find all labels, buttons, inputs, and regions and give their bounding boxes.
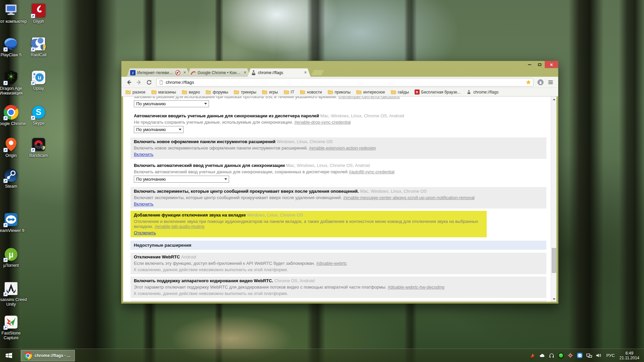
system-tray: РУС 6:49 21.11.2014 bbox=[530, 351, 644, 360]
new-tab-button[interactable] bbox=[311, 70, 324, 75]
desktop-icon-raidcall[interactable]: RaidCall bbox=[22, 36, 55, 57]
tab-close-icon[interactable]: ✕ bbox=[303, 70, 308, 75]
bookmark-folder[interactable]: игры bbox=[262, 90, 278, 95]
close-button[interactable]: × bbox=[545, 61, 558, 68]
bookmark-folder[interactable]: гайды bbox=[391, 90, 409, 95]
desktop-icon-steam[interactable]: Steam bbox=[0, 168, 28, 189]
bookmark-star-icon[interactable] bbox=[526, 80, 531, 85]
flag-hash-link[interactable]: #enable-message-center-always-scroll-up-… bbox=[343, 195, 475, 200]
browser-toolbar: chrome://flags bbox=[121, 77, 558, 88]
flag-hash-link[interactable]: #autofill-sync-credential bbox=[349, 169, 395, 174]
scrollbar[interactable] bbox=[551, 97, 556, 302]
folder-icon bbox=[125, 90, 131, 94]
taskbar-chrome-button[interactable]: chrome://flags - ... bbox=[21, 350, 75, 361]
flag-hash-link[interactable]: #disable-webrtc bbox=[316, 261, 347, 266]
flag-platforms: Windows, Linux, Chrome OS bbox=[247, 213, 303, 218]
bandicam-tray-icon[interactable] bbox=[567, 352, 574, 359]
start-button[interactable] bbox=[0, 349, 17, 362]
omnibox[interactable]: chrome://flags bbox=[156, 78, 533, 86]
flag-select[interactable]: По умолчанию bbox=[134, 126, 183, 133]
desktop-icon-skype[interactable]: SSkype bbox=[22, 105, 55, 126]
folder-icon bbox=[234, 90, 239, 94]
bookmark-folder[interactable]: интересное bbox=[356, 90, 385, 95]
bookmark-folder[interactable]: видео bbox=[182, 90, 200, 95]
flag-action-link[interactable]: Отключить bbox=[134, 230, 156, 235]
clock[interactable]: 6:49 21.11.2014 bbox=[620, 351, 641, 360]
desktop-icon-label: Steam bbox=[0, 184, 28, 189]
status-green-tray-icon[interactable] bbox=[558, 352, 564, 359]
playclaw-icon bbox=[3, 36, 19, 52]
tab-close-icon[interactable]: ✕ bbox=[243, 70, 248, 75]
tab-close-icon[interactable]: ✕ bbox=[182, 70, 187, 75]
flag-hash-link[interactable]: #enable-tab-audio-muting bbox=[155, 224, 204, 229]
bookmark-folder[interactable]: приколы bbox=[328, 90, 351, 95]
bookmark-folder[interactable]: разное bbox=[125, 90, 146, 95]
window-titlebar[interactable]: × bbox=[121, 61, 558, 68]
bookmark-folder[interactable]: новости bbox=[300, 90, 322, 95]
desktop-icon-label: Assassins Creed Unity bbox=[0, 297, 28, 307]
svg-text:µ: µ bbox=[9, 250, 13, 259]
flag-select[interactable]: По умолчанию bbox=[134, 100, 209, 107]
shortcut-arrow-icon bbox=[31, 47, 35, 52]
shortcut-arrow-icon bbox=[3, 116, 8, 120]
tab-1[interactable]: 1Интернет-телевидени✕ bbox=[127, 68, 190, 77]
scrollbar-thumb[interactable] bbox=[552, 248, 556, 273]
tab-title: Интернет-телевидени bbox=[137, 70, 173, 75]
bookmark-folder[interactable]: форумы bbox=[206, 90, 228, 95]
folder-icon bbox=[262, 90, 267, 94]
shortcut-arrow-icon bbox=[31, 148, 35, 152]
minimize-button[interactable] bbox=[525, 61, 535, 68]
desktop-icon-teamviewer[interactable]: TeamViewer 9 bbox=[0, 212, 28, 233]
bookmark-item[interactable]: RБесплатная браузе... bbox=[415, 89, 461, 95]
bookmark-folder[interactable]: IT bbox=[284, 90, 294, 95]
scroll-up-button[interactable] bbox=[551, 97, 556, 102]
volume-tray-icon[interactable] bbox=[595, 352, 602, 359]
bookmark-label: интересное bbox=[363, 90, 385, 95]
back-button[interactable] bbox=[124, 78, 133, 87]
cloud-tray-icon[interactable] bbox=[539, 352, 545, 359]
bookmark-label: видео bbox=[189, 90, 200, 95]
flag-row: Включить автоматический ввод учетных дан… bbox=[130, 161, 546, 185]
headset-tray-icon[interactable] bbox=[548, 352, 555, 359]
maximize-button[interactable] bbox=[535, 61, 545, 68]
bookmark-item[interactable]: chrome://flags bbox=[466, 89, 498, 95]
flag-hash-link[interactable]: #enable-extension-action-redesign bbox=[309, 145, 376, 150]
flag-hash-link[interactable]: #enable-drop-sync-credential bbox=[294, 120, 351, 125]
flag-select[interactable]: По умолчанию bbox=[134, 176, 229, 183]
flag-action-link[interactable]: Включить bbox=[134, 201, 153, 206]
desktop-icon-label: µTorrent bbox=[0, 263, 28, 268]
network-tray-icon[interactable] bbox=[586, 352, 592, 359]
desktop-icon-label: RaidCall bbox=[22, 53, 55, 57]
bookmark-folder[interactable]: магазины bbox=[151, 90, 176, 95]
reload-button[interactable] bbox=[145, 78, 154, 87]
url-text[interactable]: chrome://flags bbox=[166, 80, 524, 85]
desktop-icon-uplay[interactable]: uUplay bbox=[22, 70, 55, 91]
desktop-icon-glyph[interactable]: Glyph bbox=[22, 3, 55, 24]
scroll-down-button[interactable] bbox=[551, 296, 556, 302]
flag-row: Автоматически вводить учетные данные для… bbox=[130, 112, 546, 135]
tab-strip: 1Интернет-телевидени✕Google Chrome • Кон… bbox=[121, 68, 558, 77]
bookmark-folder[interactable]: трекеры bbox=[234, 90, 256, 95]
forward-button[interactable] bbox=[135, 78, 144, 87]
shortcut-arrow-icon bbox=[3, 47, 8, 52]
content-blocker-extension-icon[interactable] bbox=[536, 78, 545, 87]
desktop-icon-acunity[interactable]: Assassins Creed Unity bbox=[0, 281, 28, 307]
shortcut-arrow-icon bbox=[3, 292, 8, 296]
faststone-arrow-tray-icon[interactable] bbox=[530, 352, 536, 359]
language-indicator[interactable]: РУС bbox=[605, 353, 616, 358]
tab-mute-icon[interactable] bbox=[175, 70, 180, 75]
tab-2[interactable]: Google Chrome • Конфер✕ bbox=[187, 68, 250, 77]
desktop-icon-bandicam[interactable]: Bandicam bbox=[22, 137, 55, 158]
menu-button[interactable] bbox=[546, 78, 555, 87]
tab-3[interactable]: chrome://flags✕ bbox=[248, 68, 311, 77]
tab-title: chrome://flags bbox=[258, 70, 301, 75]
shortcut-arrow-icon bbox=[3, 81, 8, 85]
desktop-icon-utorrent[interactable]: µµTorrent bbox=[0, 247, 28, 268]
reload-icon bbox=[146, 79, 152, 85]
bookmark-label: форумы bbox=[213, 90, 228, 95]
flag-hash-link[interactable]: #disable-webrtc-hw-decoding bbox=[388, 285, 444, 290]
desktop-icon-faststone[interactable]: FastStone Capture bbox=[0, 314, 28, 340]
teamviewer-tray-icon[interactable] bbox=[577, 352, 583, 359]
flag-action-link[interactable]: Включить bbox=[134, 152, 153, 157]
flag-hash-link[interactable]: #remember-cert-error-decisions bbox=[338, 97, 400, 99]
